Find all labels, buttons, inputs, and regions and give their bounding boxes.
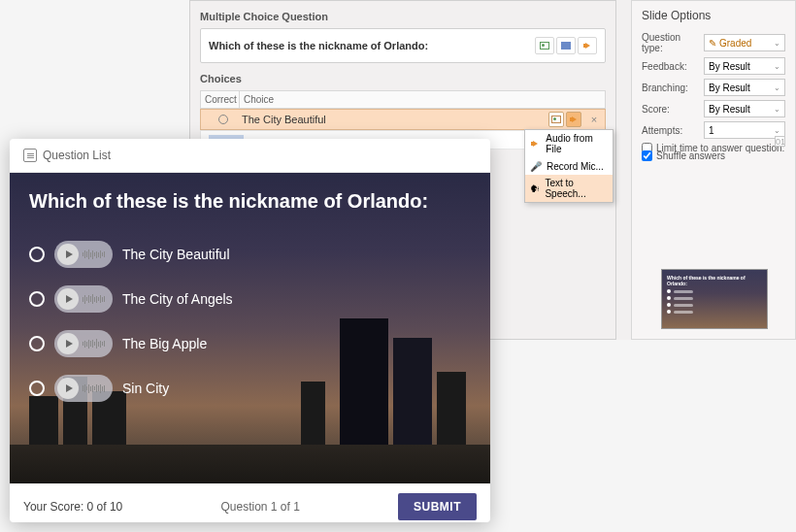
choice-audio-button[interactable] <box>566 112 581 127</box>
audio-from-file-item[interactable]: Audio from File <box>525 130 613 157</box>
answer-option: The Big Apple <box>29 330 233 357</box>
waveform-icon <box>83 292 105 306</box>
attempts-label: Attempts: <box>642 125 700 136</box>
chevron-down-icon: ⌄ <box>774 39 780 48</box>
score-display: Your Score: 0 of 10 <box>23 500 122 514</box>
choice-row-selected[interactable]: The City Beautiful × <box>200 109 606 130</box>
shuffle-label: Shuffle answers <box>656 150 725 161</box>
answer-options: The City Beautiful The City of Angels Th… <box>29 241 233 402</box>
option-label: The City of Angels <box>122 291 233 307</box>
option-label: The City Beautiful <box>122 247 230 262</box>
menu-label: Text to Speech... <box>545 178 608 199</box>
panel-title: Multiple Choice Question <box>200 11 606 22</box>
feedback-label: Feedback: <box>642 61 700 72</box>
slide-thumbnail[interactable]: Which of these is the nickname of Orland… <box>661 269 768 329</box>
thumb-title: Which of these is the nickname of Orland… <box>667 275 762 286</box>
answer-option: Sin City <box>29 375 233 402</box>
waveform-icon <box>83 248 105 261</box>
list-icon[interactable] <box>23 149 37 162</box>
add-image-button[interactable] <box>535 37 554 54</box>
player-title: Question List <box>43 149 111 162</box>
slide-options-title: Slide Options <box>642 9 785 22</box>
player-header: Question List <box>10 139 490 173</box>
chevron-down-icon: ⌄ <box>774 126 780 135</box>
feedback-select[interactable]: By Result⌄ <box>704 57 785 75</box>
text-to-speech-item[interactable]: 🗣 Text to Speech... <box>525 175 613 202</box>
play-button[interactable] <box>57 244 79 265</box>
chevron-down-icon: ⌄ <box>774 105 780 114</box>
add-audio-button[interactable] <box>578 37 597 54</box>
choice-radio[interactable] <box>218 115 228 124</box>
select-value: 1 <box>709 125 714 136</box>
choices-header: Correct Choice <box>200 90 606 109</box>
slide-options-panel: Slide Options Question type: ✎Graded⌄ Fe… <box>631 0 796 340</box>
col-choice: Choice <box>240 91 605 108</box>
select-value: By Result <box>709 104 750 115</box>
question-media-buttons <box>535 37 597 54</box>
video-icon <box>561 42 571 50</box>
question-type-row: Question type: ✎Graded⌄ <box>642 32 785 53</box>
attempts-select[interactable]: 1⌄ <box>704 121 785 139</box>
question-input-box[interactable]: Which of these is the nickname of Orland… <box>200 28 606 63</box>
answer-option: The City Beautiful <box>29 241 233 268</box>
progress-display: Question 1 of 1 <box>220 500 299 514</box>
option-radio[interactable] <box>29 291 45 307</box>
waveform-icon <box>83 382 105 395</box>
question-text: Which of these is the nickname of Orland… <box>209 40 529 51</box>
choice-media-buttons <box>548 112 581 127</box>
branching-label: Branching: <box>642 83 700 93</box>
menu-label: Audio from File <box>546 133 608 154</box>
feedback-row-opt: Feedback: By Result⌄ <box>642 57 785 75</box>
branching-row-opt: Branching: By Result⌄ <box>642 79 785 96</box>
select-value: Graded <box>719 38 751 49</box>
play-button[interactable] <box>57 333 79 354</box>
audio-player <box>54 375 113 402</box>
add-video-button[interactable] <box>556 37 576 54</box>
score-label: Score: <box>642 104 700 115</box>
image-icon <box>551 116 561 123</box>
tts-icon: 🗣 <box>530 183 540 194</box>
mic-icon: 🎤 <box>530 160 542 172</box>
option-radio[interactable] <box>29 381 45 396</box>
select-value: By Result <box>709 83 750 93</box>
image-icon <box>540 42 549 50</box>
col-correct: Correct <box>201 91 240 108</box>
branching-select[interactable]: By Result⌄ <box>704 79 785 96</box>
record-mic-item[interactable]: 🎤 Record Mic... <box>525 157 613 175</box>
chevron-down-icon: ⌄ <box>774 62 780 71</box>
file-audio-icon <box>530 138 541 150</box>
option-radio[interactable] <box>29 336 45 351</box>
choice-remove-button[interactable]: × <box>587 114 601 125</box>
play-button[interactable] <box>57 288 79 310</box>
choice-text: The City Beautiful <box>242 114 548 125</box>
question-type-select[interactable]: ✎Graded⌄ <box>704 34 785 51</box>
option-label: The Big Apple <box>122 336 207 351</box>
question-type-label: Question type: <box>642 32 700 53</box>
menu-label: Record Mic... <box>547 161 604 172</box>
waveform-icon <box>83 337 105 350</box>
time-input[interactable] <box>775 136 785 147</box>
play-icon <box>66 384 73 392</box>
submit-button[interactable]: SUBMIT <box>398 493 477 520</box>
shuffle-checkbox[interactable] <box>642 150 652 161</box>
player-footer: Your Score: 0 of 10 Question 1 of 1 SUBM… <box>10 483 490 522</box>
score-row-opt: Score: By Result⌄ <box>642 100 785 117</box>
sound-icon <box>572 116 577 122</box>
audio-player <box>54 285 113 313</box>
slide-question: Which of these is the nickname of Orland… <box>29 190 471 213</box>
play-button[interactable] <box>57 378 79 399</box>
answer-option: The City of Angels <box>29 285 233 313</box>
play-icon <box>66 250 73 258</box>
score-select[interactable]: By Result⌄ <box>704 100 785 117</box>
choices-label: Choices <box>200 73 606 84</box>
sound-icon <box>585 43 590 49</box>
play-icon <box>66 295 73 303</box>
slide-area: Which of these is the nickname of Orland… <box>10 173 490 483</box>
quiz-player: Question List Which of these is the nick… <box>10 139 490 522</box>
audio-player <box>54 330 113 357</box>
select-value: By Result <box>709 61 750 72</box>
option-label: Sin City <box>122 381 169 396</box>
option-radio[interactable] <box>29 247 45 262</box>
choice-image-button[interactable] <box>548 112 564 127</box>
audio-dropdown-menu: Audio from File 🎤 Record Mic... 🗣 Text t… <box>524 129 614 203</box>
